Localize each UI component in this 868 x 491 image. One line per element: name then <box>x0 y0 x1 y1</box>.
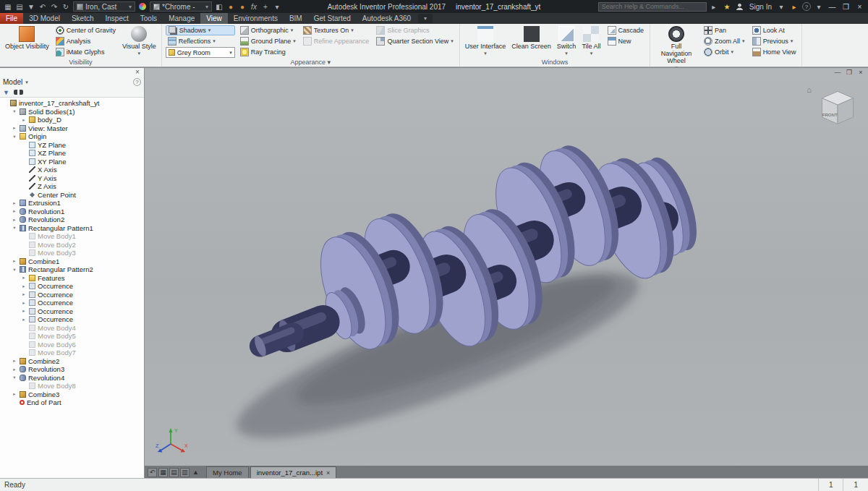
visual-style-button[interactable]: Visual Style ▾ <box>121 25 158 58</box>
new-window-button[interactable]: New <box>605 36 647 46</box>
close-button[interactable]: × <box>854 1 866 12</box>
tile-all-button[interactable]: Tile All ▾ <box>580 25 602 58</box>
tree-item[interactable]: Move Body1 <box>0 232 144 241</box>
tree-expander-icon[interactable]: ▾ <box>12 267 17 273</box>
tree-expander-icon[interactable]: ▸ <box>21 283 27 289</box>
tree-expander-icon[interactable]: ▸ <box>12 358 17 364</box>
user-icon[interactable] <box>735 1 745 12</box>
reflections-button[interactable]: Reflections ▾ <box>166 36 235 46</box>
undo-icon[interactable]: ↶ <box>38 1 48 12</box>
full-navigation-wheel-button[interactable]: Full Navigation Wheel ▾ <box>654 25 699 72</box>
color-wheel-icon[interactable] <box>137 1 148 12</box>
redo-icon[interactable]: ↷ <box>49 1 59 12</box>
tab-environments[interactable]: Environments <box>228 13 284 24</box>
tab-my-home[interactable]: My Home <box>206 466 249 478</box>
pan-button[interactable]: Pan <box>702 25 747 35</box>
tree-item[interactable]: ▾Rectangular Pattern1 <box>0 224 144 233</box>
tree-item[interactable]: XY Plane <box>0 158 144 166</box>
browser-model-dropdown[interactable]: Model ▾ <box>3 78 28 86</box>
tab-view[interactable]: View <box>200 13 228 24</box>
tree-item[interactable]: YZ Plane <box>0 141 144 150</box>
return-to-parent-icon[interactable]: ↶ <box>148 468 157 477</box>
adjust-icon[interactable]: ◧ <box>214 1 224 12</box>
tree-expander-icon[interactable]: ▾ <box>12 225 17 231</box>
expand-tabs-icon[interactable]: ▲ <box>191 468 200 477</box>
user-interface-button[interactable]: User Interface ▾ <box>464 25 508 58</box>
tree-item[interactable]: ▸Combine2 <box>0 357 144 366</box>
switch-button[interactable]: Switch ▾ <box>556 25 578 58</box>
tree-item[interactable]: Move Body7 <box>0 349 144 357</box>
viewport[interactable]: — ❐ × ⌂ FRONT <box>145 68 868 478</box>
tree-expander-icon[interactable]: ▾ <box>12 108 17 114</box>
update-icon[interactable]: ↻ <box>61 1 71 12</box>
help-icon[interactable]: ? <box>802 2 811 11</box>
minimize-button[interactable]: — <box>826 1 838 12</box>
tree-item[interactable]: Move Body3 <box>0 249 144 257</box>
search-input[interactable] <box>602 3 703 10</box>
tree-item[interactable]: Move Body4 <box>0 324 144 333</box>
cascade-button[interactable]: Cascade <box>605 25 647 35</box>
open-icon[interactable]: ▤ <box>14 1 25 12</box>
app-menu-icon[interactable]: ▦ <box>3 1 13 12</box>
doc-minimize-icon[interactable]: — <box>833 69 842 76</box>
tree-expander-icon[interactable]: ▸ <box>21 317 27 323</box>
material-select[interactable]: Iron, Cast ▾ <box>73 1 135 12</box>
viewport-canvas[interactable]: — ❐ × ⌂ FRONT <box>145 68 868 466</box>
tree-expander-icon[interactable]: ▸ <box>12 217 17 223</box>
tree-expander-icon[interactable]: ▸ <box>12 367 17 372</box>
previous-view-button[interactable]: Previous ▾ <box>750 36 799 46</box>
save-icon[interactable]: ▼ <box>26 1 36 12</box>
crankshaft-model[interactable] <box>145 68 868 466</box>
tree-item[interactable]: Move Body5 <box>0 332 144 341</box>
textures-on-button[interactable]: Textures On ▾ <box>301 25 372 35</box>
tree-expander-icon[interactable]: ▸ <box>21 275 27 281</box>
tab-bim[interactable]: BIM <box>284 13 308 24</box>
tree-item[interactable]: ▾Solid Bodies(1) <box>0 108 144 116</box>
tree-item[interactable]: ▸body_D <box>0 116 144 124</box>
tree-item[interactable]: ▸Revolution2 <box>0 215 144 224</box>
doc-close-icon[interactable]: × <box>856 69 865 76</box>
doc-restore-icon[interactable]: ❐ <box>845 69 854 76</box>
tile-view-icon[interactable]: ▦ <box>158 468 168 477</box>
tree-item[interactable]: ▸Revolution3 <box>0 365 144 374</box>
tree-item[interactable]: Center Point <box>0 191 144 200</box>
tab-manage[interactable]: Manage <box>163 13 200 24</box>
orthographic-button[interactable]: Orthographic ▾ <box>238 25 298 35</box>
tree-expander-icon[interactable]: ▸ <box>21 300 27 306</box>
home-view-button[interactable]: Home View <box>750 47 799 57</box>
tree-item[interactable]: ▸Combine1 <box>0 257 144 266</box>
search-icon[interactable]: ▸ <box>709 1 719 12</box>
tree-item[interactable]: Move Body6 <box>0 341 144 349</box>
tab-document[interactable]: inventor_17_cran...ipt × <box>250 466 337 478</box>
tree-item[interactable]: End of Part <box>0 398 144 407</box>
tree-item[interactable]: ▸Occurrence <box>0 282 144 291</box>
tree-expander-icon[interactable]: ▸ <box>12 200 17 206</box>
tree-expander-icon[interactable]: ▾ <box>12 375 17 380</box>
tab-inspect[interactable]: Inspect <box>100 13 135 24</box>
tree-item[interactable]: Move Body2 <box>0 241 144 249</box>
orbit-button[interactable]: Orbit ▾ <box>702 47 747 57</box>
tree-item[interactable]: ▾Origin <box>0 132 144 141</box>
tree-expander-icon[interactable]: ▸ <box>12 258 17 264</box>
tab-close-icon[interactable]: × <box>326 469 330 477</box>
chevron-down-icon[interactable]: ▾ <box>814 1 824 12</box>
viewcube[interactable]: FRONT <box>816 84 859 129</box>
tree-expander-icon[interactable]: ▸ <box>21 291 27 297</box>
tree-item[interactable]: ▸View: Master <box>0 124 144 133</box>
tree-item[interactable]: Y Axis <box>0 174 144 183</box>
group-label-appearance[interactable]: Appearance ▾ <box>162 58 459 67</box>
tree-item[interactable]: X Axis <box>0 166 144 174</box>
appearance-select[interactable]: *Chrome - ▾ <box>150 1 212 12</box>
horizontal-split-icon[interactable]: ▤ <box>169 468 179 477</box>
shadows-button[interactable]: Shadows ▾ <box>166 25 235 35</box>
tree-item[interactable]: Z Axis <box>0 182 144 191</box>
tree-expander-icon[interactable]: ▸ <box>21 308 27 314</box>
zoom-all-button[interactable]: Zoom All ▾ <box>702 36 747 46</box>
notifications-icon[interactable]: ▸ <box>789 1 799 12</box>
center-of-gravity-button[interactable]: Center of Gravity <box>54 25 118 35</box>
parameters-fx-icon[interactable]: fx <box>249 1 259 12</box>
highlight-a-icon[interactable]: ● <box>226 1 236 12</box>
help-search[interactable] <box>598 2 707 12</box>
chevron-down-icon[interactable]: ▾ <box>272 1 282 12</box>
tree-item[interactable]: ▸Features <box>0 274 144 283</box>
